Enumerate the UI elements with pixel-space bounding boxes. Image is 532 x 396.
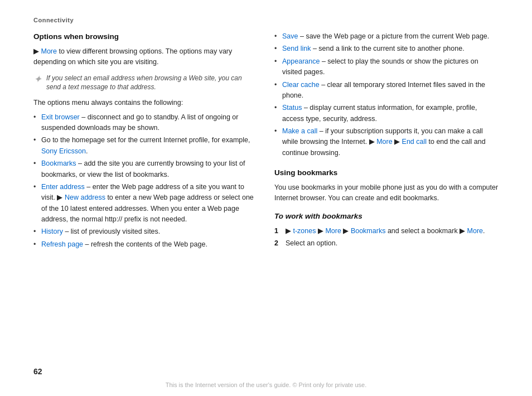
more-link2: More bbox=[376, 138, 392, 146]
save-link: Save bbox=[282, 32, 298, 40]
step-number-2: 2 bbox=[274, 238, 278, 249]
note-text: If you select an email address when brow… bbox=[46, 74, 258, 93]
right-column: Save – save the Web page or a picture fr… bbox=[274, 31, 499, 365]
exit-browser-link: Exit browser bbox=[41, 113, 80, 121]
more-link: More bbox=[41, 47, 56, 55]
bookmarks-section: Using bookmarks You use bookmarks in you… bbox=[274, 167, 499, 204]
bookmarks-link: Bookmarks bbox=[41, 160, 76, 167]
list-item: Make a call – if your subscription suppo… bbox=[274, 126, 499, 158]
enter-address-link: Enter address bbox=[41, 183, 85, 191]
more-link4: More bbox=[467, 227, 483, 235]
sony-ericsson-link: Sony Ericsson bbox=[41, 147, 86, 155]
bookmarks-title: Using bookmarks bbox=[274, 167, 499, 179]
note-box: ✦ If you select an email address when br… bbox=[33, 74, 258, 93]
tip-icon: ✦ bbox=[33, 73, 42, 86]
list-item: Go to the homepage set for the current I… bbox=[33, 135, 258, 157]
work-title: To work with bookmarks bbox=[274, 211, 499, 223]
content-area: Connectivity Options when browsing ▶ Mor… bbox=[0, 0, 532, 376]
refresh-page-link: Refresh page bbox=[41, 240, 83, 248]
bookmarks-text: You use bookmarks in your mobile phone j… bbox=[274, 182, 499, 204]
page: Connectivity Options when browsing ▶ Mor… bbox=[0, 0, 532, 396]
make-call-link: Make a call bbox=[282, 127, 317, 135]
clear-cache-link: Clear cache bbox=[282, 81, 320, 89]
bookmarks-link2: Bookmarks bbox=[351, 227, 386, 235]
options-title: Options when browsing bbox=[33, 31, 258, 43]
work-bookmarks-section: To work with bookmarks 1 ▶ t-zones ▶ Mor… bbox=[274, 211, 499, 249]
appearance-link: Appearance bbox=[282, 57, 320, 65]
list-item: Send link – send a link to the current s… bbox=[274, 44, 499, 54]
tzones-link: t-zones bbox=[293, 227, 316, 235]
section-header: Connectivity bbox=[33, 17, 499, 23]
right-options-list: Save – save the Web page or a picture fr… bbox=[274, 31, 499, 158]
left-column: Options when browsing ▶ More to view dif… bbox=[33, 31, 258, 365]
list-item: Exit browser – disconnect and go to stan… bbox=[33, 112, 258, 134]
list-item: Status – display current status informat… bbox=[274, 103, 499, 124]
list-item: Clear cache – clear all temporary stored… bbox=[274, 80, 499, 102]
steps-list: 1 ▶ t-zones ▶ More ▶ Bookmarks and selec… bbox=[274, 226, 499, 249]
list-item: Refresh page – refresh the contents of t… bbox=[33, 239, 258, 250]
new-address-link: New address bbox=[65, 194, 105, 201]
send-link-link: Send link bbox=[282, 45, 311, 52]
step-item: 1 ▶ t-zones ▶ More ▶ Bookmarks and selec… bbox=[274, 226, 499, 236]
footer: This is the Internet version of the user… bbox=[0, 376, 532, 396]
end-call-link: End call bbox=[402, 138, 427, 146]
more-link3: More bbox=[325, 227, 341, 235]
page-number: 62 bbox=[33, 367, 42, 376]
status-link: Status bbox=[282, 104, 302, 112]
history-link: History bbox=[41, 228, 63, 235]
list-item: Bookmarks – add the site you are current… bbox=[33, 158, 258, 180]
list-item: Enter address – enter the Web page addre… bbox=[33, 182, 258, 225]
options-intro: The options menu always contains the fol… bbox=[33, 98, 258, 108]
step-number: 1 bbox=[274, 226, 278, 236]
list-item: Save – save the Web page or a picture fr… bbox=[274, 31, 499, 42]
options-list: Exit browser – disconnect and go to stan… bbox=[33, 112, 258, 250]
list-item: Appearance – select to play the sounds o… bbox=[274, 56, 499, 78]
step-item: 2 Select an option. bbox=[274, 238, 499, 249]
list-item: History – list of previously visited sit… bbox=[33, 226, 258, 237]
intro-text: ▶ More to view different browsing option… bbox=[33, 46, 258, 68]
two-column-layout: Options when browsing ▶ More to view dif… bbox=[33, 31, 499, 365]
